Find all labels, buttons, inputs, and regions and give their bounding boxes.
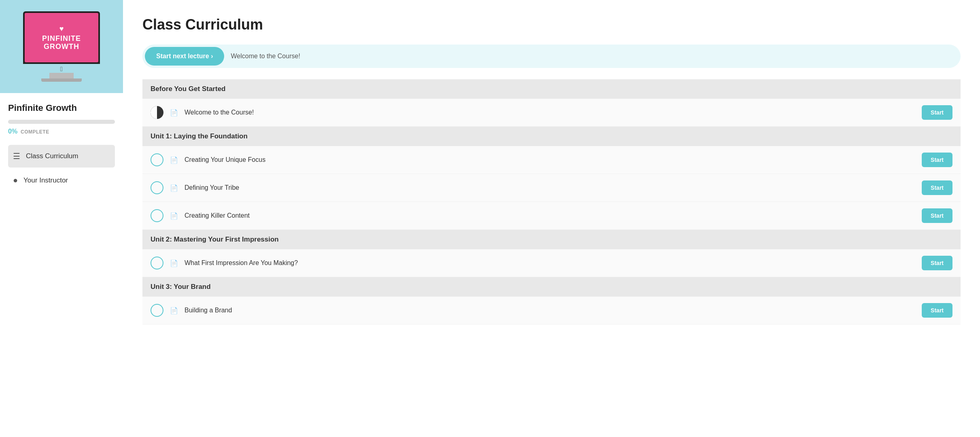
next-lecture-name: Welcome to the Course! (231, 53, 300, 60)
sidebar-item-curriculum-label: Class Curriculum (26, 152, 78, 160)
complete-text: COMPLETE (21, 129, 49, 135)
lesson-title: What First Impression Are You Making? (185, 259, 915, 267)
sidebar-item-curriculum[interactable]: ☰ Class Curriculum (8, 145, 115, 168)
section-header-unit1: Unit 1: Laying the Foundation (142, 127, 961, 146)
start-button[interactable]: Start (922, 256, 952, 270)
page-title: Class Curriculum (142, 16, 961, 33)
section-before-get-started: Before You Get Started 📄 Welcome to the … (142, 79, 961, 127)
doc-icon: 📄 (170, 156, 178, 164)
course-logo: ♥ PINFINITE GROWTH  (23, 11, 100, 82)
start-button[interactable]: Start (922, 180, 952, 195)
list-icon: ☰ (13, 151, 20, 161)
doc-icon: 📄 (170, 307, 178, 314)
lesson-row: 📄 Creating Your Unique Focus Start (142, 146, 961, 174)
progress-percent: 0% (8, 128, 17, 135)
sidebar: ♥ PINFINITE GROWTH  Pinfinite Growth 0%… (0, 0, 123, 437)
section-unit-1: Unit 1: Laying the Foundation 📄 Creating… (142, 127, 961, 230)
doc-icon: 📄 (170, 259, 178, 267)
person-icon: ● (13, 176, 18, 185)
doc-icon: 📄 (170, 212, 178, 220)
lesson-title: Defining Your Tribe (185, 184, 915, 191)
next-lecture-bar: Start next lecture › Welcome to the Cour… (142, 45, 961, 68)
lesson-title: Welcome to the Course! (185, 109, 915, 116)
section-header-before: Before You Get Started (142, 79, 961, 99)
start-button[interactable]: Start (922, 208, 952, 223)
lesson-title: Creating Killer Content (185, 212, 915, 219)
heart-icon: ♥ (59, 25, 64, 33)
lesson-status-icon (151, 181, 163, 194)
start-button[interactable]: Start (922, 105, 952, 120)
monitor-title: PINFINITE GROWTH (42, 35, 81, 51)
lesson-status-icon (151, 257, 163, 269)
sidebar-item-instructor-label: Your Instructor (23, 176, 68, 185)
section-header-unit3: Unit 3: Your Brand (142, 277, 961, 297)
lesson-title: Building a Brand (185, 307, 915, 314)
sidebar-item-instructor[interactable]: ● Your Instructor (8, 169, 115, 191)
start-button[interactable]: Start (922, 303, 952, 318)
section-header-unit2: Unit 2: Mastering Your First Impression (142, 230, 961, 249)
monitor-base (41, 78, 82, 82)
lesson-row: 📄 Building a Brand Start (142, 297, 961, 325)
start-button[interactable]: Start (922, 153, 952, 167)
monitor-stand (49, 73, 74, 78)
apple-icon:  (23, 66, 100, 73)
start-next-lecture-button[interactable]: Start next lecture › (145, 47, 224, 66)
lesson-status-icon (151, 153, 163, 166)
progress-label: 0% COMPLETE (8, 128, 115, 135)
monitor-screen: ♥ PINFINITE GROWTH (23, 11, 100, 64)
course-title: Pinfinite Growth (8, 103, 115, 113)
lesson-title: Creating Your Unique Focus (185, 156, 915, 163)
doc-icon: 📄 (170, 184, 178, 192)
lesson-status-icon (151, 106, 163, 119)
lesson-status-icon (151, 304, 163, 317)
lesson-row: 📄 What First Impression Are You Making? … (142, 249, 961, 277)
lesson-row: 📄 Defining Your Tribe Start (142, 174, 961, 202)
lesson-row: 📄 Welcome to the Course! Start (142, 99, 961, 127)
sidebar-content: Pinfinite Growth 0% COMPLETE ☰ Class Cur… (0, 93, 123, 437)
progress-bar-background (8, 120, 115, 124)
monitor-screen-inner: ♥ PINFINITE GROWTH (25, 13, 98, 62)
lesson-row: 📄 Creating Killer Content Start (142, 202, 961, 230)
section-unit-2: Unit 2: Mastering Your First Impression … (142, 230, 961, 277)
main-content: Class Curriculum Start next lecture › We… (123, 0, 980, 437)
section-unit-3: Unit 3: Your Brand 📄 Building a Brand St… (142, 277, 961, 325)
doc-icon: 📄 (170, 109, 178, 117)
sidebar-hero: ♥ PINFINITE GROWTH  (0, 0, 123, 93)
lesson-status-icon (151, 209, 163, 222)
